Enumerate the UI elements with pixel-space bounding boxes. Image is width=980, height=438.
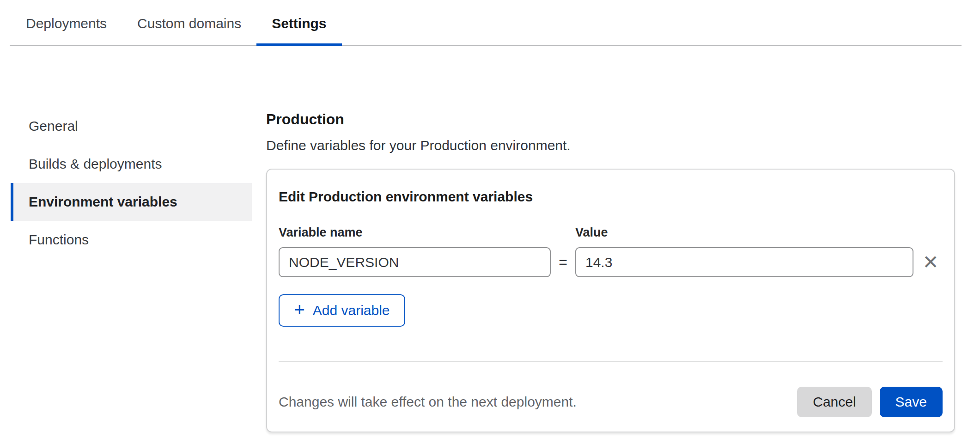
tab-deployments[interactable]: Deployments [11, 16, 122, 45]
section-description: Define variables for your Production env… [266, 137, 955, 153]
variable-name-field-group: Variable name [279, 225, 551, 277]
footer-actions: Cancel Save [797, 387, 943, 417]
deployment-note: Changes will take effect on the next dep… [279, 394, 577, 410]
settings-content: General Builds & deployments Environment… [0, 46, 980, 432]
tab-settings[interactable]: Settings [256, 16, 341, 45]
variable-value-field-group: Value [575, 225, 913, 277]
close-icon: ✕ [922, 253, 938, 272]
save-button[interactable]: Save [880, 387, 943, 417]
variable-value-label: Value [575, 225, 913, 240]
add-variable-button[interactable]: + Add variable [279, 294, 405, 327]
plus-icon: + [294, 299, 304, 320]
add-variable-label: Add variable [313, 303, 390, 318]
sidebar-item-functions[interactable]: Functions [11, 221, 252, 259]
variable-value-input[interactable] [575, 247, 913, 277]
remove-variable-button[interactable]: ✕ [913, 247, 948, 277]
project-tab-bar: Deployments Custom domains Settings [10, 0, 962, 46]
environment-variables-panel: Production Define variables for your Pro… [266, 46, 955, 432]
tab-custom-domains[interactable]: Custom domains [122, 16, 256, 45]
variable-row: Variable name = Value ✕ [279, 225, 943, 277]
equals-sign: = [551, 247, 575, 277]
section-title-production: Production [266, 111, 955, 128]
card-footer: Changes will take effect on the next dep… [279, 387, 943, 417]
variable-name-input[interactable] [279, 247, 551, 277]
card-title: Edit Production environment variables [279, 189, 943, 205]
settings-sidebar: General Builds & deployments Environment… [0, 46, 266, 259]
variable-name-label: Variable name [279, 225, 551, 240]
sidebar-item-environment-variables[interactable]: Environment variables [11, 183, 252, 221]
card-divider [279, 361, 943, 362]
sidebar-item-builds-deployments[interactable]: Builds & deployments [11, 145, 252, 183]
edit-variables-card: Edit Production environment variables Va… [266, 169, 955, 432]
sidebar-item-general[interactable]: General [11, 107, 252, 145]
cancel-button[interactable]: Cancel [797, 387, 871, 417]
